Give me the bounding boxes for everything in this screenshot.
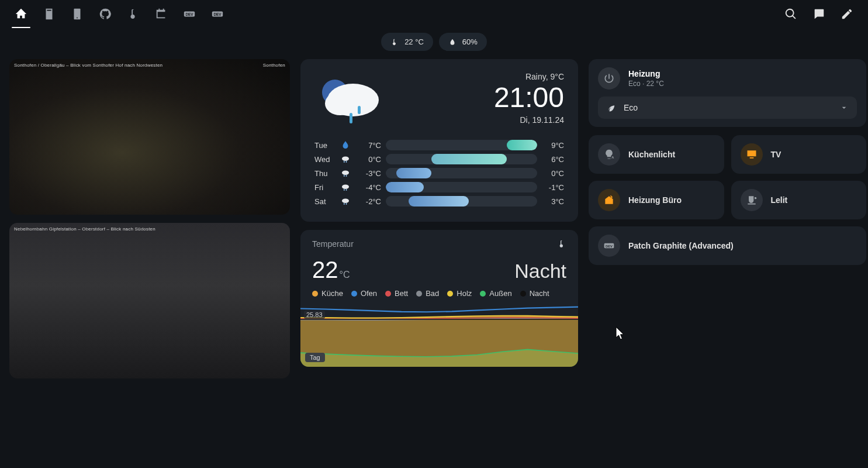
camera-card-1[interactable]: Sonthofen / Oberallgäu – Blick vom Sonth… — [9, 59, 290, 215]
column-right: Heizung Eco · 22 °C Eco AKüchenlichtTVHe… — [589, 59, 866, 265]
legend-label: Ofen — [361, 289, 377, 298]
svg-rect-17 — [346, 189, 347, 191]
tile-label: Lelit — [771, 195, 788, 205]
tab-server[interactable] — [35, 0, 63, 28]
temperature-card[interactable]: Temperatur 22°C Nacht KücheOfenBettBadHo… — [300, 230, 578, 367]
chart-tag: Tag — [305, 353, 325, 362]
heating-mode-select[interactable]: Eco — [598, 97, 857, 119]
forecast-day: Wed — [314, 155, 334, 164]
svg-rect-16 — [344, 189, 345, 191]
temperature-chart: 25.83 Tag — [300, 302, 578, 367]
topbar: DEV DEV — [0, 0, 868, 28]
chevron-down-icon — [839, 103, 849, 112]
thermometer-icon — [557, 239, 566, 249]
forecast-mini-icon — [339, 140, 352, 150]
tab-mobile[interactable] — [63, 0, 91, 28]
search-button[interactable] — [777, 0, 805, 28]
legend-item[interactable]: Holz — [447, 289, 472, 298]
weather-condition-text: Rainy, 9°C — [494, 72, 564, 81]
edit-dashboard-button[interactable] — [833, 0, 861, 28]
dev-icon: DEV — [598, 235, 620, 257]
temperature-value: 22°C — [312, 257, 350, 283]
humidity-chip-value: 60% — [462, 37, 478, 46]
tile-patch-graphite[interactable]: DEVPatch Graphite (Advanced) — [589, 226, 866, 265]
chat-icon — [812, 8, 825, 20]
forecast-high: 6°C — [542, 155, 564, 164]
weather-time: 21:00 — [494, 84, 564, 112]
legend-dot — [312, 291, 318, 297]
humidity-chip[interactable]: 60% — [439, 33, 487, 51]
leaf-icon — [606, 102, 617, 113]
legend-item[interactable]: Ofen — [351, 289, 377, 298]
pencil-icon — [841, 8, 853, 20]
tile-grid: AKüchenlichtTVHeizung BüroLelitDEVPatch … — [589, 135, 866, 265]
tile-heating-office[interactable]: Heizung Büro — [589, 181, 724, 219]
svg-text:DEV: DEV — [606, 245, 613, 248]
chart-y-label: 25.83 — [304, 311, 325, 319]
legend-item[interactable]: Außen — [480, 289, 511, 298]
server-icon — [43, 8, 56, 20]
column-middle: Rainy, 9°C 21:00 Di, 19.11.24 Tue 7°C 9°… — [300, 59, 578, 367]
tile-lelit[interactable]: Lelit — [731, 181, 867, 219]
temperature-state: Nacht — [514, 260, 566, 283]
forecast-mini-icon — [339, 168, 352, 178]
forecast-low: -3°C — [357, 169, 381, 178]
svg-point-12 — [342, 171, 349, 176]
legend-item[interactable]: Bett — [385, 289, 408, 298]
column-cameras: Sonthofen / Oberallgäu – Blick vom Sonth… — [9, 59, 290, 378]
tab-thermo[interactable] — [119, 0, 147, 28]
camera-caption: Nebelhornbahn Gipfelstation – Oberstdorf… — [14, 226, 285, 232]
svg-rect-20 — [346, 203, 347, 205]
legend-item[interactable]: Bad — [416, 289, 439, 298]
forecast-row: Tue 7°C 9°C — [314, 140, 564, 150]
heating-mode-value: Eco — [624, 103, 638, 112]
forecast-high: 9°C — [542, 141, 564, 150]
forecast-mini-icon — [339, 196, 352, 207]
camera-card-2[interactable]: Nebelhornbahn Gipfelstation – Oberstdorf… — [9, 223, 290, 378]
search-icon — [784, 8, 797, 20]
camera-caption-left: Sonthofen / Oberallgäu – Blick vom Sonth… — [14, 63, 162, 68]
temperature-chip[interactable]: 22 °C — [381, 33, 433, 51]
legend-dot — [385, 291, 391, 297]
phone-icon — [71, 8, 84, 20]
camera-caption: Sonthofen / Oberallgäu – Blick vom Sonth… — [14, 63, 285, 68]
tab-home[interactable] — [7, 0, 35, 28]
weather-date: Di, 19.11.24 — [494, 115, 564, 125]
coffee-icon — [741, 189, 763, 211]
legend-label: Außen — [489, 289, 511, 298]
assist-button[interactable] — [805, 0, 833, 28]
tab-dev2[interactable]: DEV — [203, 0, 231, 28]
legend-label: Bad — [426, 289, 439, 298]
calendar-icon — [155, 8, 168, 20]
svg-rect-7 — [350, 113, 352, 123]
tile-kitchen-light[interactable]: AKüchenlicht — [589, 135, 724, 174]
tab-github[interactable] — [91, 0, 119, 28]
tile-tv[interactable]: TV — [731, 135, 867, 174]
forecast-low: -4°C — [357, 183, 381, 192]
forecast-day: Thu — [314, 169, 334, 178]
svg-text:A: A — [611, 156, 614, 159]
github-icon — [99, 8, 112, 20]
heat-icon — [598, 189, 620, 211]
tab-dev1[interactable]: DEV — [175, 0, 203, 28]
legend-item[interactable]: Küche — [312, 289, 343, 298]
tab-calendar[interactable] — [147, 0, 175, 28]
tv-icon — [741, 143, 763, 166]
legend-label: Bett — [395, 289, 408, 298]
camera-caption-left: Nebelhornbahn Gipfelstation – Oberstdorf… — [14, 226, 155, 232]
forecast-day: Tue — [314, 141, 334, 150]
heating-header[interactable]: Heizung Eco · 22 °C — [598, 67, 857, 90]
tile-label: Küchenlicht — [628, 150, 675, 159]
weather-card[interactable]: Rainy, 9°C 21:00 Di, 19.11.24 Tue 7°C 9°… — [300, 59, 578, 222]
dev-icon: DEV — [211, 8, 224, 20]
legend-item[interactable]: Nacht — [520, 289, 549, 298]
svg-point-6 — [325, 92, 355, 115]
legend-label: Nacht — [530, 289, 549, 298]
forecast-bar — [386, 140, 537, 150]
forecast-low: -2°C — [357, 197, 381, 206]
forecast-list: Tue 7°C 9°C Wed 0°C 6°C Thu -3°C 0°C Fri — [314, 140, 564, 207]
legend-label: Küche — [321, 289, 343, 298]
tile-label: Patch Graphite (Advanced) — [628, 241, 734, 250]
bulb-icon: A — [598, 143, 620, 166]
forecast-row: Sat -2°C 3°C — [314, 196, 564, 207]
